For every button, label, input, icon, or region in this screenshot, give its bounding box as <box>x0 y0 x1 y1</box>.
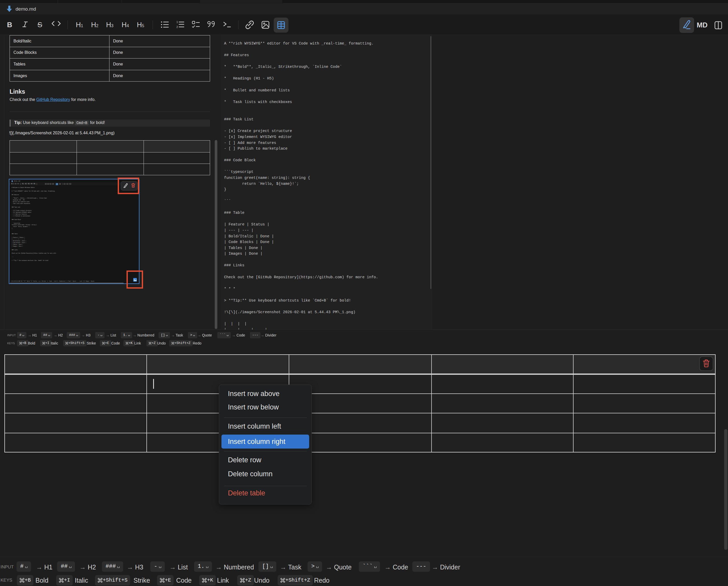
svg-text:2: 2 <box>177 26 178 28</box>
svg-text:1: 1 <box>177 21 178 24</box>
